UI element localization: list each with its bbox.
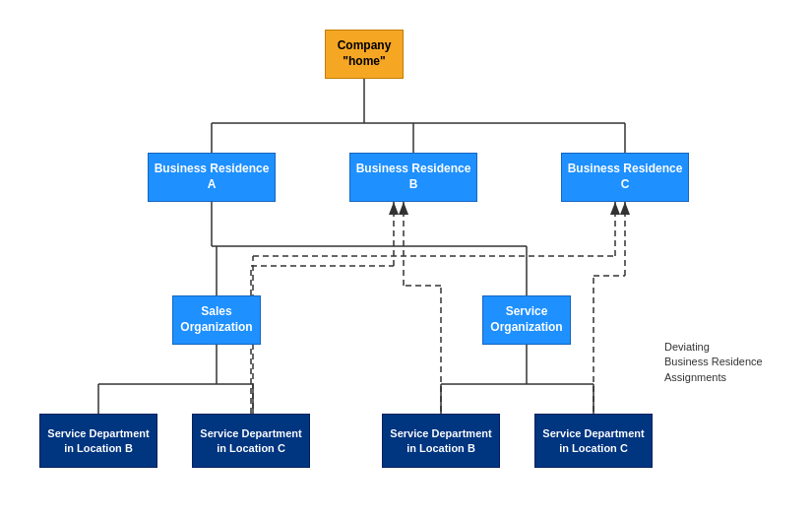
- svg-marker-20: [389, 202, 399, 215]
- service-dept-loc-c-1-node: Service Department in Location C: [192, 414, 310, 468]
- service-dept-loc-c-2-node: Service Department in Location C: [534, 414, 653, 468]
- service-org-node: Service Organization: [482, 295, 571, 345]
- service-dept-loc-b-1-node: Service Department in Location B: [39, 414, 157, 468]
- business-residence-c-node: Business Residence C: [561, 153, 689, 202]
- service-dept-loc-b-2-node: Service Department in Location B: [382, 414, 500, 468]
- svg-marker-32: [620, 202, 630, 215]
- deviating-label: Deviating Business Residence Assignments: [664, 340, 763, 385]
- business-residence-a-node: Business Residence A: [148, 153, 276, 202]
- company-node: Company "home": [325, 30, 404, 79]
- svg-marker-24: [610, 202, 620, 215]
- business-residence-b-node: Business Residence B: [349, 153, 477, 202]
- diagram: Company "home" Business Residence A Busi…: [0, 0, 812, 520]
- sales-org-node: Sales Organization: [172, 295, 261, 345]
- svg-marker-28: [399, 202, 408, 215]
